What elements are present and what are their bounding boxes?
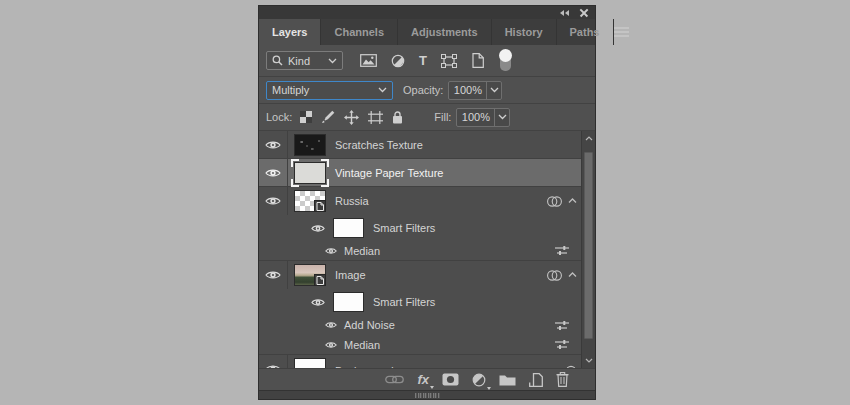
filter-blending-options-icon[interactable]	[554, 320, 570, 331]
type-filter-icon[interactable]: T	[419, 54, 427, 67]
smart-filters-indicator-icon	[565, 365, 577, 368]
filter-blending-options-icon[interactable]	[554, 339, 570, 350]
smart-filters-indicator-icon[interactable]	[546, 269, 563, 282]
layer-thumbnail[interactable]	[294, 134, 326, 156]
panel-titlebar	[259, 6, 595, 19]
tab-adjustments[interactable]: Adjustments	[398, 19, 492, 45]
chevron-down-icon	[328, 58, 337, 64]
scroll-up-arrow-icon[interactable]	[582, 132, 595, 145]
smart-filters-label: Smart Filters	[373, 296, 435, 308]
filter-row-median[interactable]: Median	[259, 335, 581, 355]
filter-name: Median	[344, 339, 380, 351]
layers-scrollbar[interactable]	[581, 131, 595, 368]
visibility-eye-icon[interactable]	[311, 224, 325, 233]
fill-label: Fill:	[434, 111, 451, 123]
layer-name: Russia	[335, 195, 369, 207]
opacity-value: 100%	[449, 82, 486, 99]
image-filter-icon[interactable]	[360, 54, 377, 67]
link-layers-icon[interactable]	[385, 375, 404, 384]
tab-layers-label: Layers	[272, 26, 307, 38]
smart-filter-mask-thumbnail[interactable]	[333, 218, 364, 238]
lock-artboard-icon[interactable]	[368, 111, 383, 124]
tab-history-label: History	[505, 26, 543, 38]
panel-statusbar	[259, 390, 595, 399]
layer-filter-bar: Kind T	[259, 45, 595, 77]
smart-filters-indicator-icon[interactable]	[546, 195, 563, 208]
smart-filters-label: Smart Filters	[373, 222, 435, 234]
lock-position-move-icon[interactable]	[344, 110, 359, 125]
scroll-down-arrow-icon[interactable]	[582, 354, 595, 367]
add-layer-mask-icon[interactable]	[442, 373, 459, 386]
visibility-eye-icon[interactable]	[259, 187, 288, 215]
scrollbar-thumb[interactable]	[584, 152, 593, 339]
smart-filter-mask-thumbnail[interactable]	[333, 292, 364, 312]
filter-row-add-noise[interactable]: Add Noise	[259, 315, 581, 335]
filtering-toggle[interactable]	[499, 49, 512, 72]
resize-grip[interactable]	[415, 393, 439, 398]
lock-image-pixels-brush-icon[interactable]	[321, 110, 335, 124]
collapse-panel-icon[interactable]	[560, 10, 569, 16]
layer-row-russia[interactable]: Russia	[259, 187, 581, 215]
visibility-eye-icon[interactable]	[259, 159, 288, 186]
lock-label: Lock:	[266, 111, 292, 123]
fill-value: 100%	[457, 109, 494, 126]
panel-tabbar: Layers Channels Adjustments History Path…	[259, 19, 595, 45]
tab-layers[interactable]: Layers	[259, 19, 321, 45]
layers-panel: Layers Channels Adjustments History Path…	[258, 5, 596, 400]
tab-adjustments-label: Adjustments	[411, 26, 478, 38]
chevron-down-icon[interactable]	[494, 109, 509, 126]
new-adjustment-layer-icon[interactable]	[472, 373, 486, 387]
fill-field[interactable]: 100%	[456, 108, 510, 127]
lock-options-bar: Lock: Fill: 100%	[259, 104, 595, 131]
layer-row-image[interactable]: Image	[259, 261, 581, 289]
filter-blending-options-icon[interactable]	[554, 245, 570, 256]
new-layer-icon[interactable]	[529, 373, 543, 387]
tab-channels-label: Channels	[334, 26, 384, 38]
chevron-down-icon	[378, 87, 387, 93]
lock-all-padlock-icon[interactable]	[392, 111, 403, 124]
smart-filters-row[interactable]: Smart Filters	[259, 289, 581, 315]
visibility-eye-icon[interactable]	[325, 321, 337, 329]
blend-mode-value: Multiply	[272, 84, 373, 96]
layer-row-scratches-texture[interactable]: Scratches Texture	[259, 131, 581, 159]
blend-options-bar: Multiply Opacity: 100%	[259, 77, 595, 104]
visibility-eye-icon[interactable]	[325, 247, 337, 255]
lock-transparent-pixels-icon[interactable]	[300, 111, 312, 123]
tab-channels[interactable]: Channels	[321, 19, 398, 45]
layer-row-vintage-paper-texture[interactable]: Vintage Paper Texture	[259, 159, 581, 187]
adjustment-filter-icon[interactable]	[391, 54, 405, 68]
opacity-field[interactable]: 100%	[448, 81, 502, 100]
collapse-filters-chevron-icon[interactable]	[568, 198, 577, 204]
filter-name: Median	[344, 245, 380, 257]
visibility-eye-icon[interactable]	[259, 261, 288, 289]
visibility-eye-icon[interactable]	[259, 355, 288, 368]
chevron-down-icon[interactable]	[486, 82, 501, 99]
panel-menu-icon[interactable]	[614, 19, 629, 45]
delete-layer-trash-icon[interactable]	[556, 372, 569, 387]
tab-paths-label: Paths	[570, 26, 600, 38]
layer-style-fx-icon[interactable]: fx	[417, 373, 429, 386]
blend-mode-dropdown[interactable]: Multiply	[266, 81, 393, 100]
layer-name: Image	[335, 269, 366, 281]
tab-paths[interactable]: Paths	[557, 19, 614, 45]
visibility-eye-icon[interactable]	[259, 131, 288, 158]
layer-row-background-partial[interactable]: Background	[259, 355, 581, 368]
layer-thumbnail[interactable]	[294, 162, 326, 184]
close-icon[interactable]	[580, 9, 588, 17]
smart-filters-row[interactable]: Smart Filters	[259, 215, 581, 241]
layer-thumbnail[interactable]	[294, 264, 326, 286]
layer-thumbnail[interactable]	[294, 190, 326, 212]
filter-row-median[interactable]: Median	[259, 241, 581, 261]
layer-name: Vintage Paper Texture	[335, 167, 443, 179]
smart-object-filter-icon[interactable]	[471, 53, 484, 68]
visibility-eye-icon[interactable]	[325, 341, 337, 349]
filter-kind-dropdown[interactable]: Kind	[266, 51, 343, 70]
search-icon	[272, 55, 283, 66]
smart-object-badge-icon	[314, 274, 326, 286]
visibility-eye-icon[interactable]	[311, 298, 325, 307]
tab-history[interactable]: History	[492, 19, 557, 45]
shape-filter-icon[interactable]	[441, 54, 457, 68]
collapse-filters-chevron-icon[interactable]	[568, 272, 577, 278]
new-group-folder-icon[interactable]	[499, 374, 516, 386]
layer-thumbnail[interactable]	[294, 358, 326, 368]
